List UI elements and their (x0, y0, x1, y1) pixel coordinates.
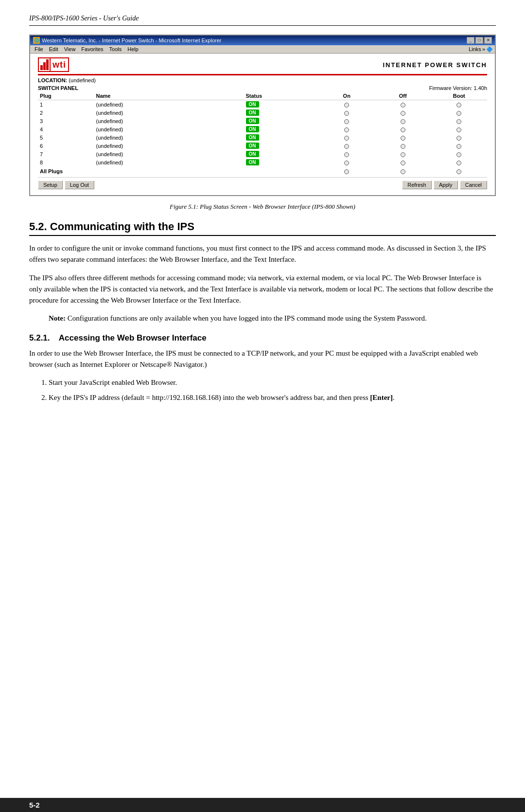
plug-off-cell-8 (375, 158, 431, 166)
plug-name-1: (undefined) (94, 100, 244, 109)
all-plugs-on-radio[interactable] (344, 169, 349, 174)
subsection-title: Accessing the Web Browser Interface (59, 333, 207, 343)
plug-boot-radio-1[interactable] (456, 103, 461, 108)
wti-logo-box: wti (38, 57, 69, 72)
plug-table: Plug Name Status On Off Boot 1 (undefine… (38, 92, 487, 175)
subsection-number: 5.2.1. (29, 333, 50, 343)
plug-boot-cell-2 (431, 108, 488, 117)
menu-help[interactable]: Help (125, 46, 141, 53)
plug-off-radio-6[interactable] (401, 144, 405, 149)
plug-on-radio-1[interactable] (344, 103, 349, 108)
cancel-button[interactable]: Cancel (460, 180, 487, 189)
subsection-heading: 5.2.1. Accessing the Web Browser Interfa… (29, 333, 496, 343)
plug-name-2: (undefined) (94, 108, 244, 117)
status-on-badge-7: ON (246, 151, 259, 157)
menu-favorites[interactable]: Favorites (79, 46, 105, 53)
plug-off-radio-3[interactable] (401, 119, 405, 124)
plug-status-4: ON (244, 125, 319, 133)
ips-buttons-right: Refresh Apply Cancel (402, 180, 487, 189)
plug-row-1: 1 (undefined) ON (38, 100, 487, 109)
plug-off-radio-7[interactable] (401, 152, 405, 157)
plug-number-5: 5 (38, 133, 94, 142)
plug-row-8: 8 (undefined) ON (38, 158, 487, 166)
plug-row-3: 3 (undefined) ON (38, 117, 487, 125)
plug-boot-radio-6[interactable] (456, 144, 461, 149)
menu-edit[interactable]: Edit (47, 46, 61, 53)
browser-titlebar: 🌐 Western Telematic, Inc. - Internet Pow… (30, 36, 495, 45)
browser-title-text: Western Telematic, Inc. - Internet Power… (42, 37, 221, 43)
plug-on-radio-5[interactable] (344, 136, 349, 141)
plug-status-6: ON (244, 142, 319, 150)
col-header-status: Status (244, 92, 319, 100)
col-header-off: Off (375, 92, 431, 100)
all-plugs-off-radio[interactable] (401, 169, 405, 174)
refresh-button[interactable]: Refresh (402, 180, 432, 189)
plug-status-1: ON (244, 100, 319, 109)
plug-boot-radio-7[interactable] (456, 152, 461, 157)
plug-on-radio-3[interactable] (344, 119, 349, 124)
note-box: Note: Configuration functions are only a… (49, 313, 476, 324)
page-number: 5-2 (29, 801, 40, 809)
ips-container: wti INTERNET POWER SWITCH LOCATION: (und… (30, 54, 495, 195)
switch-panel-header: SWITCH PANEL Firmware Version: 1.40h (38, 85, 487, 91)
plug-row-7: 7 (undefined) ON (38, 150, 487, 158)
plug-name-4: (undefined) (94, 125, 244, 133)
apply-button[interactable]: Apply (434, 180, 458, 189)
menu-items: File Edit View Favorites Tools Help (32, 46, 141, 53)
section-paragraph-1: In order to configure the unit or invoke… (29, 243, 496, 266)
plug-boot-radio-2[interactable] (456, 111, 461, 116)
status-on-badge-6: ON (246, 143, 259, 149)
titlebar-left: 🌐 Western Telematic, Inc. - Internet Pow… (33, 37, 221, 44)
plug-off-radio-2[interactable] (401, 111, 405, 116)
plug-off-radio-1[interactable] (401, 103, 405, 108)
logout-button[interactable]: Log Out (65, 180, 94, 189)
plug-boot-radio-5[interactable] (456, 136, 461, 141)
plug-on-radio-4[interactable] (344, 127, 349, 132)
plug-status-2: ON (244, 108, 319, 117)
plug-boot-radio-8[interactable] (456, 161, 461, 165)
plug-off-radio-8[interactable] (401, 161, 405, 165)
wti-logo-text: wti (51, 58, 68, 71)
plug-off-cell-5 (375, 133, 431, 142)
plug-number-3: 3 (38, 117, 94, 125)
titlebar-buttons[interactable]: _ □ ✕ (467, 37, 492, 44)
plug-on-cell-2 (319, 108, 375, 117)
plug-off-radio-5[interactable] (401, 136, 405, 141)
plug-on-cell-5 (319, 133, 375, 142)
close-button[interactable]: ✕ (484, 37, 492, 44)
minimize-button[interactable]: _ (467, 37, 474, 44)
plug-boot-radio-3[interactable] (456, 119, 461, 124)
plug-on-radio-8[interactable] (344, 161, 349, 165)
status-on-badge-1: ON (246, 101, 259, 108)
plug-off-radio-4[interactable] (401, 127, 405, 132)
plug-number-2: 2 (38, 108, 94, 117)
plug-on-radio-6[interactable] (344, 144, 349, 149)
menu-file[interactable]: File (32, 46, 46, 53)
plug-on-radio-2[interactable] (344, 111, 349, 116)
page-header: IPS-800/IPS-1600 Series - User's Guide (29, 15, 496, 26)
wti-bar-1 (40, 65, 43, 70)
ips-header: wti INTERNET POWER SWITCH (38, 57, 487, 75)
section-number: 5.2. (29, 220, 47, 233)
menu-tools[interactable]: Tools (107, 46, 124, 53)
status-on-badge-5: ON (246, 134, 259, 141)
setup-button[interactable]: Setup (38, 180, 63, 189)
menu-view[interactable]: View (62, 46, 78, 53)
browser-window: 🌐 Western Telematic, Inc. - Internet Pow… (29, 35, 496, 196)
browser-links: Links » 🔷 (469, 46, 493, 53)
all-plugs-boot-radio[interactable] (456, 169, 461, 174)
plug-name-7: (undefined) (94, 150, 244, 158)
location-value: (undefined) (69, 77, 96, 83)
plug-on-cell-6 (319, 142, 375, 150)
plug-boot-radio-4[interactable] (456, 127, 461, 132)
all-plugs-label: All Plugs (40, 168, 63, 174)
plug-on-radio-7[interactable] (344, 152, 349, 157)
plug-name-6: (undefined) (94, 142, 244, 150)
plug-status-7: ON (244, 150, 319, 158)
maximize-button[interactable]: □ (475, 37, 483, 44)
location-label: LOCATION: (38, 77, 67, 83)
plug-number-7: 7 (38, 150, 94, 158)
ips-location: LOCATION: (undefined) (38, 77, 487, 83)
plug-boot-cell-4 (431, 125, 488, 133)
status-on-badge-2: ON (246, 109, 259, 116)
